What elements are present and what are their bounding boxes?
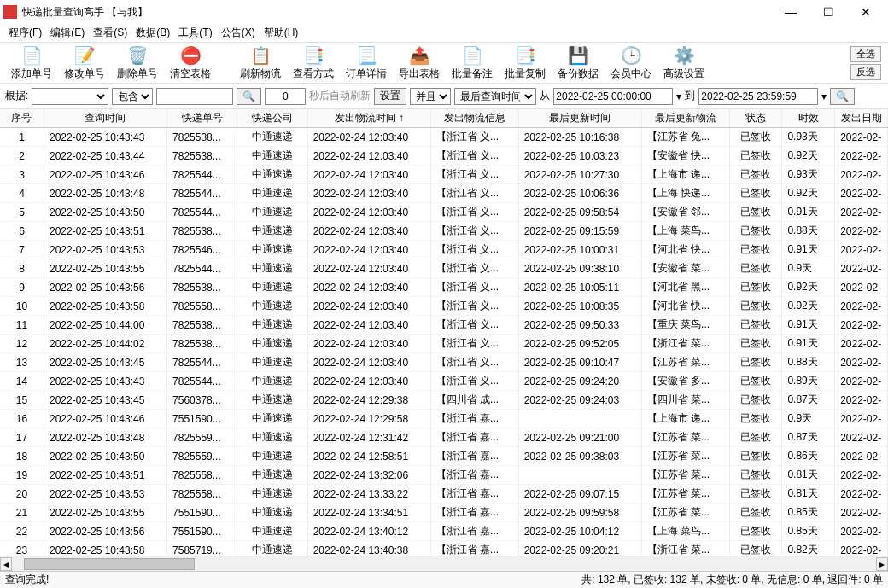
cell-send-time: 2022-02-24 12:03:40 (307, 184, 430, 203)
table-row[interactable]: 92022-02-25 10:43:567825538...中通速递2022-0… (0, 278, 888, 297)
copy-icon: 📑 (515, 45, 535, 66)
table-row[interactable]: 22022-02-25 10:43:447825538...中通速递2022-0… (0, 147, 888, 166)
clear-button[interactable]: ⛔清空表格 (164, 44, 217, 83)
menu-view[interactable]: 查看(S) (90, 24, 131, 42)
select-inverse-button[interactable]: 反选 (850, 64, 881, 80)
menu-tools[interactable]: 工具(T) (175, 24, 215, 42)
querymode-button[interactable]: 📑查看方式 (287, 44, 340, 83)
cell-send-time: 2022-02-24 13:40:38 (307, 541, 430, 556)
detail-button[interactable]: 📃订单详情 (340, 44, 393, 83)
table-row[interactable]: 202022-02-25 10:43:537825558...中通速递2022-… (0, 485, 888, 504)
filter-input[interactable] (156, 88, 233, 105)
scroll-thumb[interactable] (24, 558, 195, 570)
search-button[interactable]: 🔍 (237, 88, 261, 105)
cell-send-time: 2022-02-24 12:03:40 (307, 222, 430, 241)
col-last-update[interactable]: 最后更新时间 (518, 109, 641, 128)
seconds-input[interactable] (265, 88, 306, 105)
scroll-right-icon[interactable]: ▸ (876, 557, 888, 571)
calendar-icon[interactable]: ▾ (676, 90, 681, 102)
search-icon: 🔍 (836, 90, 849, 102)
add-button[interactable]: 📄添加单号 (5, 44, 58, 83)
member-button[interactable]: 🕒会员中心 (605, 44, 657, 83)
table-row[interactable]: 162022-02-25 10:43:467551590...中通速递2022-… (0, 410, 888, 428)
table-row[interactable]: 42022-02-25 10:43:487825544...中通速递2022-0… (0, 184, 888, 203)
table-row[interactable]: 182022-02-25 10:43:507825559...中通速递2022-… (0, 447, 888, 466)
table-row[interactable]: 132022-02-25 10:43:457825544...中通速递2022-… (0, 353, 888, 372)
table-row[interactable]: 32022-02-25 10:43:467825544...中通速递2022-0… (0, 166, 888, 184)
date-to-input[interactable] (698, 88, 818, 105)
table-row[interactable]: 62022-02-25 10:43:517825538...中通速递2022-0… (0, 222, 888, 241)
date-from-input[interactable] (553, 88, 673, 105)
op-select[interactable]: 包含 (112, 88, 153, 105)
cell-query-time: 2022-02-25 10:43:51 (44, 466, 166, 485)
table-row[interactable]: 82022-02-25 10:43:557825544...中通速递2022-0… (0, 259, 888, 278)
col-last-logistics[interactable]: 最后更新物流 (641, 109, 729, 128)
table-row[interactable]: 12022-02-25 10:43:437825538...中通速递2022-0… (0, 128, 888, 147)
cell-company: 中通速递 (237, 410, 307, 428)
cell-query-time: 2022-02-25 10:43:50 (44, 203, 166, 222)
table-row[interactable]: 222022-02-25 10:43:567551590...中通速递2022-… (0, 522, 888, 541)
col-send-time[interactable]: 发出物流时间 ↑ (307, 109, 430, 128)
batchcopy-button[interactable]: 📑批量复制 (499, 44, 552, 83)
select-all-button[interactable]: 全选 (850, 46, 881, 62)
col-track-no[interactable]: 快递单号 (167, 109, 237, 128)
table-row[interactable]: 192022-02-25 10:43:517825558...中通速递2022-… (0, 466, 888, 485)
cell-query-time: 2022-02-25 10:43:56 (44, 278, 166, 297)
menu-edit[interactable]: 编辑(E) (47, 24, 88, 42)
cell-send-time: 2022-02-24 12:29:38 (307, 391, 430, 410)
date-search-button[interactable]: 🔍 (830, 88, 855, 105)
menu-program[interactable]: 程序(F) (5, 24, 45, 42)
table-row[interactable]: 112022-02-25 10:44:007825538...中通速递2022-… (0, 316, 888, 335)
batchnote-button[interactable]: 📄批量备注 (446, 44, 499, 83)
menu-help[interactable]: 帮助(H) (260, 24, 302, 42)
table-row[interactable]: 152022-02-25 10:43:457560378...中通速递2022-… (0, 391, 888, 410)
delete-button[interactable]: 🗑️删除单号 (111, 44, 164, 83)
and-select[interactable]: 并且 (410, 88, 451, 105)
calendar-icon[interactable]: ▾ (821, 90, 827, 102)
refresh-button[interactable]: 📋刷新物流 (234, 44, 287, 83)
table-row[interactable]: 72022-02-25 10:43:537825546...中通速递2022-0… (0, 241, 888, 259)
cell-duration: 0.87天 (782, 391, 835, 410)
filter-settings-button[interactable]: 设置 (374, 88, 406, 105)
cell-status: 已签收 (729, 241, 782, 259)
filterbar: 根据: 包含 🔍 秒后自动刷新 设置 并且 最后查询时间 从 ▾ 到 ▾ 🔍 (0, 84, 888, 109)
col-duration[interactable]: 时效 (782, 109, 835, 128)
cell-company: 中通速递 (237, 447, 307, 466)
cell-last-logistics: 【浙江省 菜... (641, 335, 729, 353)
detail-icon: 📃 (356, 45, 377, 66)
table-row[interactable]: 122022-02-25 10:44:027825538...中通速递2022-… (0, 335, 888, 353)
horizontal-scrollbar[interactable]: ◂ ▸ (0, 556, 888, 571)
maximize-button[interactable]: ☐ (809, 0, 847, 24)
col-send-info[interactable]: 发出物流信息 (430, 109, 518, 128)
table-row[interactable]: 52022-02-25 10:43:507825544...中通速递2022-0… (0, 203, 888, 222)
cell-query-time: 2022-02-25 10:43:44 (44, 147, 166, 166)
cell-send-time: 2022-02-24 13:40:12 (307, 522, 430, 541)
field-select[interactable] (32, 88, 108, 105)
table-row[interactable]: 172022-02-25 10:43:487825559...中通速递2022-… (0, 428, 888, 447)
col-query-time[interactable]: 查询时间 (44, 109, 166, 128)
cell-last-update: 2022-02-25 09:20:21 (518, 541, 641, 556)
col-company[interactable]: 快递公司 (237, 109, 307, 128)
cell-track-no: 7825559... (167, 428, 237, 447)
close-button[interactable]: ✕ (847, 0, 885, 24)
table-row[interactable]: 102022-02-25 10:43:587825558...中通速递2022-… (0, 297, 888, 316)
col-status[interactable]: 状态 (729, 109, 782, 128)
table-row[interactable]: 232022-02-25 10:43:587585719...中通速递2022-… (0, 541, 888, 556)
header-row[interactable]: 序号 查询时间 快递单号 快递公司 发出物流时间 ↑ 发出物流信息 最后更新时间… (0, 109, 888, 128)
col-seq[interactable]: 序号 (0, 109, 44, 128)
cell-last-logistics: 【江苏省 菜... (641, 485, 729, 504)
table-row[interactable]: 142022-02-25 10:43:437825544...中通速递2022-… (0, 372, 888, 391)
data-grid[interactable]: 序号 查询时间 快递单号 快递公司 发出物流时间 ↑ 发出物流信息 最后更新时间… (0, 109, 888, 556)
menu-data[interactable]: 数据(B) (132, 24, 173, 42)
backup-button[interactable]: 💾备份数据 (552, 44, 605, 83)
table-row[interactable]: 212022-02-25 10:43:557551590...中通速递2022-… (0, 504, 888, 522)
col-send-date[interactable]: 发出日期 (835, 109, 888, 128)
modify-button[interactable]: 📝修改单号 (58, 44, 111, 83)
export-button[interactable]: 📤导出表格 (393, 44, 446, 83)
cell-status: 已签收 (729, 259, 782, 278)
menu-notice[interactable]: 公告(X) (218, 24, 259, 42)
settings-button[interactable]: ⚙️高级设置 (657, 44, 710, 83)
time-field-select[interactable]: 最后查询时间 (454, 88, 536, 105)
minimize-button[interactable]: — (772, 0, 809, 24)
scroll-left-icon[interactable]: ◂ (0, 557, 12, 571)
